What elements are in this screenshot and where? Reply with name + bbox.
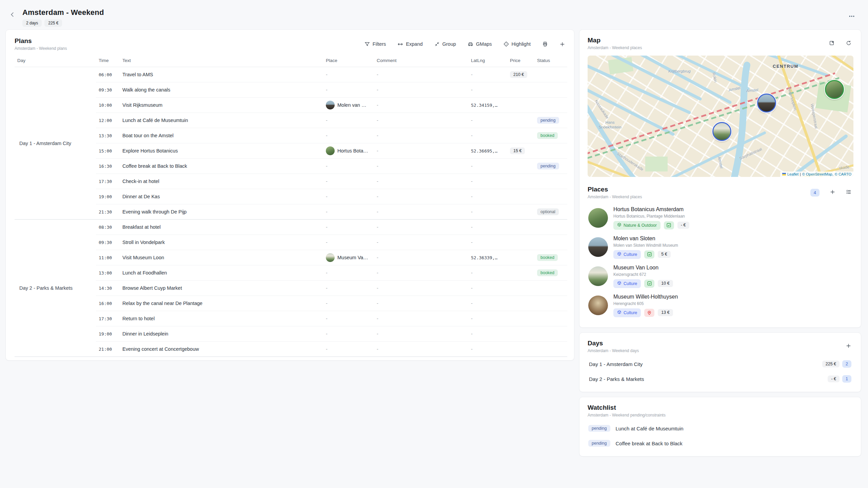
map-marker-vanloon[interactable] bbox=[712, 122, 731, 141]
plan-time: 21:00 bbox=[96, 342, 120, 357]
category-label: Nature & Outdoor bbox=[624, 223, 657, 228]
plan-row[interactable]: 11:00Visit Museum LoonMuseum Va…-52.3633… bbox=[15, 250, 567, 265]
toolbar-label: GMaps bbox=[476, 41, 492, 47]
column-header-latlng: LatLng bbox=[468, 55, 507, 67]
plan-text: Lunch at Café de Museumtuin bbox=[120, 113, 323, 128]
places-add-button[interactable] bbox=[828, 188, 837, 197]
plan-text: Coffee break at Back to Black bbox=[120, 159, 323, 174]
plan-latlng: - bbox=[468, 326, 507, 342]
plan-row[interactable]: 15:00Explore Hortus BotanicusHortus Bota… bbox=[15, 143, 567, 159]
plan-status: booked bbox=[534, 265, 567, 281]
plan-place: - bbox=[323, 128, 374, 143]
plan-status bbox=[534, 174, 567, 189]
place-item[interactable]: Museum Willet-HolthuysenHerengracht 605C… bbox=[588, 291, 853, 320]
day-count-badge: 1 bbox=[842, 375, 851, 383]
toolbar-group-button[interactable]: Group bbox=[434, 41, 456, 47]
plan-latlng: - bbox=[468, 189, 507, 204]
plan-comment: - bbox=[374, 326, 468, 342]
plan-comment: - bbox=[374, 311, 468, 326]
more-menu-button[interactable] bbox=[846, 10, 858, 23]
watchlist-list: pendingLunch at Café de Museumtuinpendin… bbox=[588, 422, 853, 450]
place-badges: Culture5 € bbox=[613, 250, 678, 259]
place-info: Molen van SlotenMolen van Sloten Windmil… bbox=[613, 236, 678, 259]
map-label-krijtbergbrug: Krijtbergbrug bbox=[668, 69, 691, 73]
category-badge: Nature & Outdoor bbox=[613, 221, 660, 230]
cube-icon bbox=[617, 310, 622, 316]
place-name-truncated: Museum Va… bbox=[337, 255, 368, 260]
plan-price bbox=[507, 82, 534, 98]
plan-row[interactable]: 09:30Walk along the canals--- bbox=[15, 82, 567, 98]
category-badge: Culture bbox=[613, 279, 641, 288]
plan-time: 08:30 bbox=[96, 220, 120, 235]
plan-row[interactable]: 21:00Evening concert at Concertgebouw--- bbox=[15, 342, 567, 357]
pending-badge: pending bbox=[588, 425, 610, 432]
toolbar-expand-button[interactable]: Expand bbox=[397, 41, 422, 47]
list-icon bbox=[846, 191, 851, 196]
plan-row[interactable]: 09:30Stroll in Vondelpark--- bbox=[15, 235, 567, 250]
plan-comment: - bbox=[374, 128, 468, 143]
back-button[interactable] bbox=[7, 9, 18, 21]
place-name: Museum Willet-Holthuysen bbox=[613, 294, 678, 300]
plan-row[interactable]: 13:00Lunch at Foodhallen---booked bbox=[15, 265, 567, 281]
diamond-icon bbox=[504, 41, 509, 47]
map-expand-button[interactable] bbox=[828, 39, 836, 48]
plan-status: optional bbox=[534, 204, 567, 220]
place-item[interactable]: Hortus Botanicus AmsterdamHortus Botanic… bbox=[588, 203, 853, 232]
day-list-item[interactable]: Day 2 - Parks & Markets- €1 bbox=[588, 372, 853, 386]
carto-link[interactable]: © CARTO bbox=[835, 172, 851, 176]
status-badge: pending bbox=[537, 117, 559, 124]
day-list-item[interactable]: Day 1 - Amsterdam City225 €2 bbox=[588, 357, 853, 371]
toolbar-filters-button[interactable]: Filters bbox=[364, 41, 386, 47]
toolbar-gmaps-button[interactable]: GMaps bbox=[468, 41, 492, 47]
place-price-badge: 5 € bbox=[658, 251, 670, 258]
plan-place: - bbox=[323, 113, 374, 128]
toolbar-label: Highlight bbox=[512, 41, 531, 47]
plan-row[interactable]: 12:00Lunch at Café de Museumtuin---pendi… bbox=[15, 113, 567, 128]
plan-row[interactable]: 13:30Boat tour on the Amstel---booked bbox=[15, 128, 567, 143]
places-count-badge: 4 bbox=[810, 189, 820, 197]
osm-link[interactable]: © OpenStreetMap, bbox=[802, 172, 833, 176]
toolbar-print-button[interactable] bbox=[542, 41, 548, 47]
watchlist-text: Lunch at Café de Museumtuin bbox=[616, 426, 684, 431]
plan-row[interactable]: 21:30Evening walk through De Pijp---opti… bbox=[15, 204, 567, 220]
map-marker-windmill[interactable] bbox=[757, 94, 776, 113]
topbar: Amsterdam - Weekend 2 days225 € bbox=[0, 0, 868, 29]
map-refresh-button[interactable] bbox=[845, 39, 853, 48]
place-item[interactable]: Molen van SlotenMolen van Sloten Windmil… bbox=[588, 232, 853, 262]
map-marker-hortus[interactable] bbox=[825, 80, 844, 99]
place-item[interactable]: Museum Van LoonKeizersgracht 672Culture1… bbox=[588, 262, 853, 291]
plan-text: Browse Albert Cuyp Market bbox=[120, 281, 323, 296]
places-list-button[interactable] bbox=[844, 188, 853, 197]
watchlist-item[interactable]: pendingCoffee break at Back to Black bbox=[588, 436, 853, 450]
page-title: Amsterdam - Weekend bbox=[22, 8, 104, 17]
days-add-button[interactable] bbox=[844, 342, 853, 351]
plus-icon bbox=[559, 41, 565, 47]
watchlist-item[interactable]: pendingLunch at Café de Museumtuin bbox=[588, 422, 853, 435]
visited-check-icon bbox=[644, 250, 654, 259]
plan-row[interactable]: 19:00Dinner at De Kas--- bbox=[15, 189, 567, 204]
plan-row[interactable]: Day 2 - Parks & Markets08:30Breakfast at… bbox=[15, 220, 567, 235]
plan-latlng: - bbox=[468, 220, 507, 235]
plan-row[interactable]: Day 1 - Amsterdam City06:00Travel to AMS… bbox=[15, 67, 567, 82]
toolbar-add-button[interactable] bbox=[559, 41, 565, 47]
plan-row[interactable]: 19:00Dinner in Leidseplein--- bbox=[15, 326, 567, 342]
car-icon bbox=[468, 41, 473, 47]
days-title: Days bbox=[588, 340, 639, 347]
plan-row[interactable]: 17:30Return to hotel--- bbox=[15, 311, 567, 326]
plan-row[interactable]: 10:00Visit RijksmuseumMolen van …-52.341… bbox=[15, 98, 567, 113]
plan-row[interactable]: 16:30Coffee break at Back to Black---pen… bbox=[15, 159, 567, 174]
plan-row[interactable]: 16:00Relax by the canal near De Plantage… bbox=[15, 296, 567, 311]
plan-row[interactable]: 17:30Check-in at hotel--- bbox=[15, 174, 567, 189]
day-group-label: Day 2 - Parks & Markets bbox=[15, 220, 96, 357]
map[interactable]: KrijtbergbrugRokinAmstelAmstelCENTRUMWat… bbox=[588, 56, 853, 177]
plan-status: pending bbox=[534, 159, 567, 174]
right-column: Map Amsterdam - Weekend places bbox=[579, 29, 861, 456]
place-price-badge: 10 € bbox=[658, 280, 673, 287]
plan-row[interactable]: 14:30Browse Albert Cuyp Market--- bbox=[15, 281, 567, 296]
plan-place: - bbox=[323, 265, 374, 281]
plans-table: DayTimeTextPlaceCommentLatLngPriceStatus… bbox=[15, 55, 567, 357]
chevron-left-icon bbox=[9, 12, 16, 18]
toolbar-highlight-button[interactable]: Highlight bbox=[504, 41, 531, 47]
leaflet-link[interactable]: Leaflet bbox=[787, 172, 798, 176]
expand-icon bbox=[829, 42, 834, 47]
